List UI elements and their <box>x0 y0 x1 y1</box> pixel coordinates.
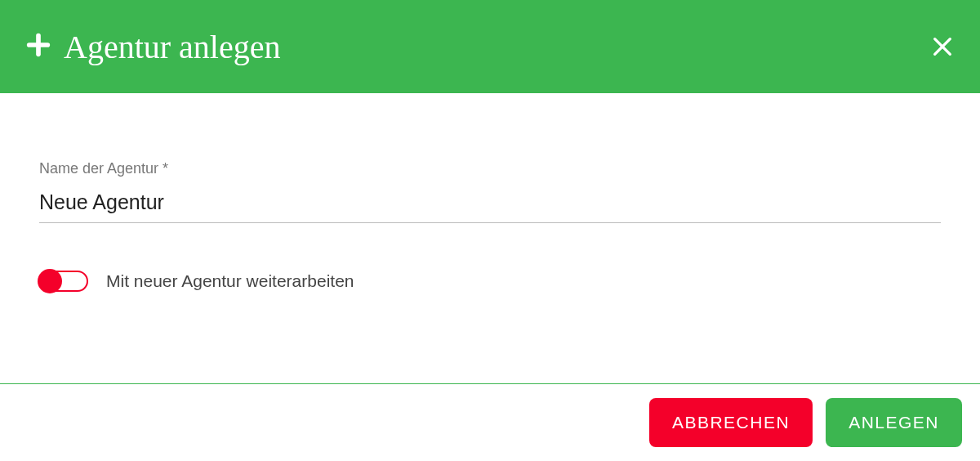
agency-name-label: Name der Agentur * <box>39 160 941 177</box>
cancel-button[interactable]: ABBRECHEN <box>649 398 813 447</box>
dialog-header: Agentur anlegen <box>0 0 980 93</box>
toggle-knob <box>38 269 62 293</box>
submit-button[interactable]: ANLEGEN <box>826 398 962 447</box>
continue-toggle[interactable] <box>39 269 88 293</box>
header-left: Agentur anlegen <box>24 28 280 66</box>
dialog-body: Name der Agentur * Mit neuer Agentur wei… <box>0 93 980 326</box>
plus-icon <box>24 31 52 62</box>
agency-name-field-group: Name der Agentur * <box>39 160 941 223</box>
dialog-title: Agentur anlegen <box>64 28 280 66</box>
dialog-footer: ABBRECHEN ANLEGEN <box>0 383 980 461</box>
continue-toggle-label: Mit neuer Agentur weiterarbeiten <box>106 271 354 291</box>
continue-toggle-row: Mit neuer Agentur weiterarbeiten <box>39 269 941 293</box>
close-icon[interactable] <box>929 34 956 60</box>
agency-name-input[interactable] <box>39 186 941 223</box>
